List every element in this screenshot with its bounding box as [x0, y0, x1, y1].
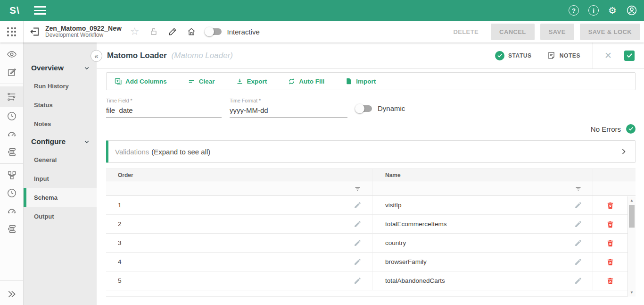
- validations-hint: (Expand to see all): [151, 148, 210, 156]
- scroll-up-arrow[interactable]: ▲: [628, 198, 636, 203]
- edit-name-pencil-icon[interactable]: [574, 201, 582, 209]
- nav-item-general[interactable]: General: [24, 150, 97, 169]
- table-row: 3 country: [106, 234, 636, 253]
- table-vertical-scrollbar[interactable]: ▲ ▼: [627, 196, 636, 297]
- save-and-lock-button[interactable]: SAVE & LOCK: [580, 24, 640, 40]
- edit-order-pencil-icon[interactable]: [354, 258, 362, 266]
- order-value: 1: [118, 202, 122, 209]
- rail-divider: [0, 84, 23, 84]
- dynamic-toggle-label: Dynamic: [378, 104, 405, 112]
- no-errors-check-icon: [626, 124, 636, 134]
- edit-note-icon[interactable]: [0, 63, 23, 81]
- stage-header: « Matomo Loader (Matomo Loader) STATUS: [97, 42, 644, 69]
- preview-eye-icon[interactable]: [0, 45, 23, 63]
- account-icon[interactable]: [626, 5, 637, 16]
- workflow-type: Development Workflow: [45, 32, 122, 39]
- status-check-icon: [495, 51, 504, 60]
- edit-name-pencil-icon[interactable]: [574, 258, 582, 266]
- scrollbar-thumb[interactable]: [629, 205, 635, 228]
- delete-row-trash-icon[interactable]: [606, 220, 614, 229]
- flow-hierarchy-icon[interactable]: [0, 166, 23, 184]
- import-button[interactable]: Import: [345, 77, 376, 85]
- home-icon[interactable]: [187, 27, 196, 36]
- favorite-star-icon[interactable]: ☆: [130, 26, 140, 37]
- order-value: 4: [118, 258, 122, 265]
- time-format-input[interactable]: Time Format * yyyy-MM-dd: [230, 98, 347, 118]
- pipeline-icon-active[interactable]: [0, 86, 23, 107]
- chevron-down-icon: [83, 64, 91, 72]
- gauge-icon[interactable]: [0, 125, 23, 143]
- status-button[interactable]: STATUS: [495, 51, 532, 60]
- edit-order-pencil-icon[interactable]: [354, 220, 362, 228]
- table-row: 5 totalAbandonedCarts: [106, 271, 636, 290]
- run-history-clock-icon[interactable]: [0, 107, 23, 125]
- edit-name-pencil-icon[interactable]: [574, 220, 582, 228]
- history-clock-icon[interactable]: [0, 184, 23, 202]
- name-value: country: [385, 239, 406, 246]
- edit-name-pencil-icon[interactable]: [574, 277, 582, 285]
- table-partial-row: [106, 290, 636, 297]
- nav-item-output[interactable]: Output: [24, 207, 97, 226]
- nav-item-run-history[interactable]: Run History: [24, 76, 97, 95]
- stage-subtitle: (Matomo Loader): [172, 51, 233, 60]
- order-value: 5: [118, 277, 122, 284]
- clear-button[interactable]: Clear: [188, 77, 215, 85]
- order-value: 2: [118, 220, 122, 228]
- validations-expander[interactable]: Validations (Expand to see all): [106, 140, 636, 163]
- gauge-icon-2[interactable]: [0, 202, 23, 220]
- chevron-down-icon: [83, 137, 91, 146]
- help-icon[interactable]: ?: [569, 5, 579, 16]
- save-button[interactable]: SAVE: [540, 24, 574, 40]
- nav-item-input[interactable]: Input: [24, 169, 97, 188]
- nav-item-status[interactable]: Status: [24, 95, 97, 114]
- collapse-panel-button[interactable]: «: [91, 50, 102, 62]
- nav-section-overview[interactable]: Overview: [24, 59, 97, 76]
- edit-name-pencil-icon[interactable]: [574, 239, 582, 247]
- nav-item-notes[interactable]: Notes: [24, 114, 97, 133]
- stage-enabled-checkbox[interactable]: [624, 51, 635, 61]
- info-icon[interactable]: i: [588, 5, 599, 16]
- workflow-name: Zen_Matomo_0922_New: [45, 25, 122, 32]
- interactive-toggle-label: Interactive: [227, 28, 260, 36]
- edit-pencil-icon[interactable]: [168, 27, 177, 36]
- expand-rail-chevrons-icon[interactable]: [0, 283, 23, 305]
- rail-divider: [0, 280, 23, 281]
- name-column-header: Name: [372, 169, 593, 181]
- add-columns-button[interactable]: Add Columns: [114, 77, 167, 85]
- nav-section-configure[interactable]: Configure: [24, 133, 97, 150]
- close-icon[interactable]: ✕: [604, 50, 612, 61]
- edit-order-pencil-icon[interactable]: [354, 277, 362, 285]
- layers-stack-icon-2[interactable]: [0, 220, 23, 238]
- dynamic-toggle[interactable]: [356, 105, 372, 112]
- time-field-value[interactable]: file_date: [106, 103, 222, 118]
- rail-divider: [0, 163, 23, 164]
- schema-columns-table: Order Name: [106, 169, 636, 297]
- export-button[interactable]: Export: [236, 77, 267, 85]
- edit-order-pencil-icon[interactable]: [354, 239, 362, 247]
- auto-fill-button[interactable]: Auto Fill: [288, 77, 324, 85]
- exit-workflow-icon[interactable]: [29, 26, 41, 37]
- unlock-icon[interactable]: [149, 27, 158, 36]
- delete-row-trash-icon[interactable]: [606, 201, 614, 210]
- settings-gear-icon[interactable]: ⚙: [608, 6, 617, 15]
- delete-button[interactable]: DELETE: [446, 25, 485, 39]
- layers-stack-icon[interactable]: [0, 143, 23, 161]
- hamburger-menu-icon[interactable]: [34, 6, 46, 15]
- apps-grid-icon[interactable]: [7, 27, 16, 36]
- stage-title: Matomo Loader: [107, 51, 167, 60]
- delete-row-trash-icon[interactable]: [606, 258, 614, 266]
- nav-item-schema[interactable]: Schema: [24, 188, 97, 207]
- edit-order-pencil-icon[interactable]: [354, 201, 362, 209]
- order-filter-icon[interactable]: [354, 185, 362, 193]
- delete-row-trash-icon[interactable]: [606, 239, 614, 247]
- time-format-value[interactable]: yyyy-MM-dd: [230, 103, 347, 118]
- time-field-input[interactable]: Time Field * file_date: [106, 98, 222, 118]
- name-filter-icon[interactable]: [574, 185, 582, 193]
- name-value: totalAbandonedCarts: [385, 277, 445, 284]
- cancel-button[interactable]: CANCEL: [491, 24, 535, 40]
- delete-row-trash-icon[interactable]: [606, 277, 614, 285]
- notes-button[interactable]: NOTES: [547, 51, 580, 60]
- config-nav-panel: Overview Run History Status Notes Config…: [24, 42, 97, 305]
- scroll-down-arrow[interactable]: ▼: [628, 290, 636, 295]
- interactive-toggle[interactable]: [206, 28, 222, 35]
